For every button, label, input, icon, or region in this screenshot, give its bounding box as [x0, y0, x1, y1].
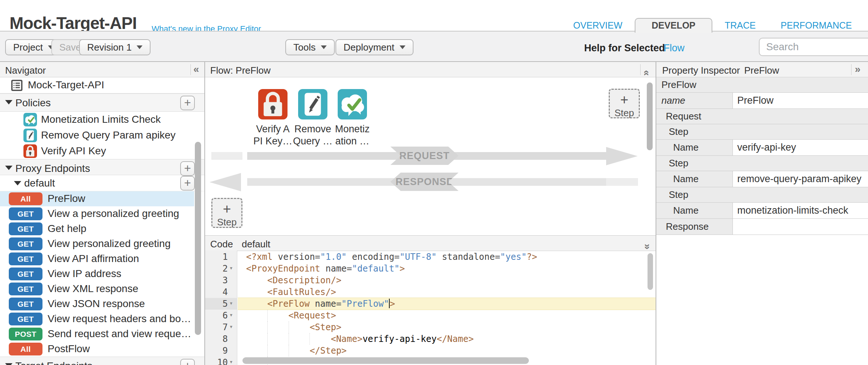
code-line-text: </Step> [309, 345, 346, 357]
add-button[interactable]: + [180, 359, 195, 365]
divider [190, 64, 191, 75]
deployment-button[interactable]: Deployment [335, 39, 413, 55]
code-scrollbar-vertical[interactable] [648, 253, 653, 290]
code-line[interactable]: 8<Name>verify-api-key</Name> [205, 333, 656, 345]
add-button[interactable]: + [180, 161, 195, 176]
inspector-field-value[interactable]: PreFlow [732, 93, 868, 108]
cloud-check-icon[interactable] [338, 89, 367, 119]
code-scrollbar-horizontal[interactable] [242, 357, 529, 364]
inspector-field-label-cell: Name [656, 171, 732, 187]
navigator-flow-item[interactable]: GETView a personalized greeting [0, 206, 204, 221]
inspector-field-label-cell: Name [656, 140, 732, 155]
inspector-field-value[interactable]: monetization-limits-check [732, 203, 868, 218]
navigator-flow-item[interactable]: GETView IP address [0, 266, 204, 281]
code-line[interactable]: 7▾<Step> [205, 321, 656, 333]
navigator-policy-item[interactable]: Verify API Key [0, 143, 204, 159]
tab-trace[interactable]: TRACE [712, 18, 768, 32]
navigator-flow-item[interactable]: GETGet help [0, 221, 204, 236]
collapse-navigator-icon[interactable]: « [193, 63, 199, 75]
navigator-section-target-endpoints[interactable]: Target Endpoints+ [0, 357, 204, 365]
flow-label: View a personalized greeting [48, 208, 179, 220]
fold-toggle-icon[interactable]: ▾ [229, 262, 233, 274]
revision-button[interactable]: Revision 1 [79, 39, 151, 55]
code-line[interactable]: 4<FaultRules/> [205, 286, 656, 298]
inspector-field-label: Name [673, 140, 698, 155]
code-line[interactable]: 6▾<Request> [205, 310, 656, 321]
search-input[interactable] [759, 38, 868, 56]
add-button[interactable]: + [180, 96, 195, 110]
navigator-flow-item[interactable]: GETView API affirmation [0, 251, 204, 266]
inspector-field-value[interactable]: remove-query-param-apikey [732, 171, 868, 187]
project-button-label: Project [13, 42, 43, 53]
code-line-text: <Request> [289, 310, 336, 321]
collapse-flow-icon[interactable]: « [641, 70, 653, 76]
inspector-field-label: Name [673, 203, 698, 218]
pencil-icon [23, 129, 37, 142]
flow-header: Flow: PreFlow « [205, 62, 656, 77]
fold-toggle-icon[interactable]: ▾ [229, 321, 233, 332]
inspector-section-row: PreFlow [656, 77, 868, 93]
tab-performance[interactable]: PERFORMANCE [768, 18, 864, 32]
inspector-field-row: Namemonetization-limits-check [656, 203, 868, 219]
toolbar: Project Save Revision 1 Tools Deployment… [0, 32, 868, 62]
code-line-gutter: 8 [205, 333, 237, 345]
inspector-field-row: Nameremove-query-param-apikey [656, 171, 868, 187]
navigator-flow-item[interactable]: POSTSend request and view reque… [0, 327, 204, 342]
line-number: 8 [205, 333, 228, 345]
line-number: 7 [205, 321, 228, 333]
navigator-endpoint-default[interactable]: default+ [0, 175, 204, 191]
add-button[interactable]: + [180, 176, 195, 191]
inspector-field-value[interactable]: verify-api-key [732, 140, 868, 155]
line-number: 4 [205, 286, 228, 298]
navigator-header: Navigator « [0, 62, 204, 77]
inspector-field-value[interactable] [732, 219, 868, 235]
tab-overview[interactable]: OVERVIEW [561, 18, 635, 32]
pencil-icon[interactable] [298, 89, 327, 119]
navigator-flow-item[interactable]: GETView JSON response [0, 296, 204, 311]
navigator-flow-item[interactable]: GETView request headers and bo… [0, 311, 204, 327]
expand-inspector-icon[interactable]: » [855, 63, 861, 75]
line-number: 5 [205, 298, 228, 310]
help-for-selected-label: Help for Selected [584, 43, 665, 54]
code-line[interactable]: 1<?xml version="1.0" encoding="UTF-8" st… [205, 251, 656, 263]
code-line-text: <Name>verify-api-key</Name> [331, 333, 474, 345]
navigator-policy-item[interactable]: Monetization Limits Check [0, 112, 204, 128]
flow-label: Get help [48, 223, 86, 235]
code-line[interactable]: 3<Description/> [205, 274, 656, 286]
navigator-section-proxy-endpoints[interactable]: Proxy Endpoints+ [0, 159, 204, 175]
section-label: Proxy Endpoints [15, 163, 90, 174]
navigator-item-root[interactable]: Mock-Target-API [0, 77, 204, 93]
fold-toggle-icon[interactable]: ▾ [229, 309, 233, 321]
flow-label: Send request and view reque… [48, 328, 191, 340]
navigator-flow-item[interactable]: GETView XML response [0, 281, 204, 296]
flow-scrollbar[interactable] [647, 82, 653, 150]
request-banner: REQUEST [390, 147, 459, 165]
fold-toggle-icon[interactable]: ▾ [229, 297, 233, 309]
collapse-code-icon[interactable]: » [642, 244, 653, 250]
tab-develop[interactable]: DEVELOP [635, 18, 712, 33]
lock-icon[interactable] [258, 89, 288, 119]
navigator-scrollbar[interactable] [195, 142, 201, 335]
fold-toggle-icon[interactable]: ▾ [229, 356, 233, 365]
code-line[interactable]: 5▾<PreFlow name="PreFlow"> [205, 298, 656, 310]
property-inspector-panel: Property Inspector PreFlow » PreFlowname… [656, 62, 868, 365]
tools-button[interactable]: Tools [285, 39, 335, 55]
navigator-policy-item[interactable]: Remove Query Param apikey [0, 128, 204, 143]
code-line-text: <Description/> [267, 274, 341, 286]
navigator-flow-item[interactable]: GETView personalized greeting [0, 236, 204, 251]
code-line-gutter: 1 [205, 251, 237, 263]
inspector-section-row: Request [656, 109, 868, 124]
code-line[interactable]: 2▾<ProxyEndpoint name="default"> [205, 263, 656, 274]
flow-step-label: Monetization … [327, 123, 378, 147]
navigator-flow-item[interactable]: AllPreFlow [0, 191, 194, 206]
inspector-field-label-cell: name [656, 93, 732, 108]
navigator-section-policies[interactable]: Policies+ [0, 93, 204, 112]
section-label: Target Endpoints [15, 360, 92, 365]
add-step-button-request[interactable]: + Step [609, 89, 640, 118]
code-line-gutter: 10▾ [205, 357, 237, 365]
inspector-field-label: Name [673, 171, 698, 187]
help-flow-link[interactable]: Flow [664, 43, 685, 54]
navigator-flow-item[interactable]: AllPostFlow [0, 342, 204, 357]
code-line[interactable]: 9</Step> [205, 345, 656, 357]
add-step-button-response[interactable]: + Step [211, 198, 242, 228]
